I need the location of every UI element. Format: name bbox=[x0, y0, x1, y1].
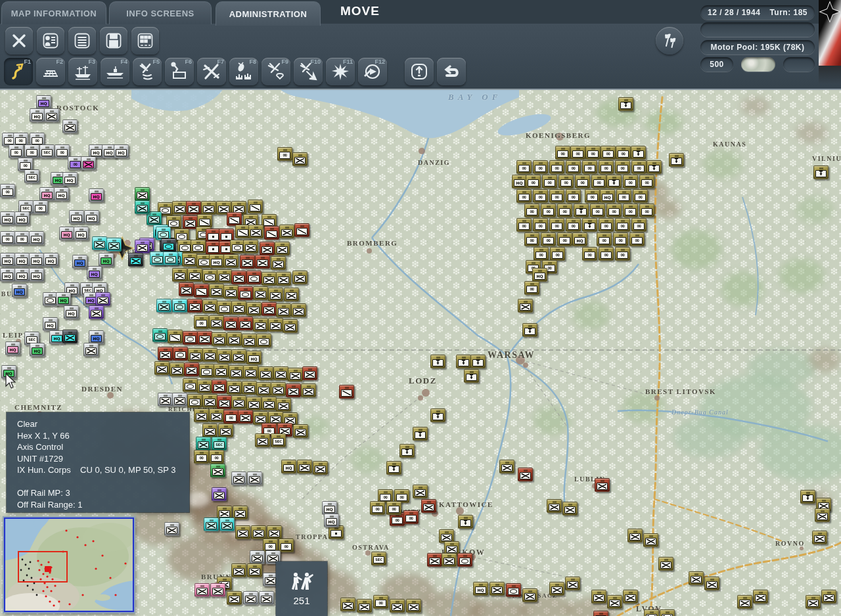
unit-counter[interactable]: xxx bbox=[191, 240, 206, 253]
unit-counter[interactable]: xxxŦ bbox=[522, 323, 537, 337]
unit-counter[interactable]: xxxHQ bbox=[54, 187, 69, 201]
unit-counter[interactable]: xxx bbox=[406, 599, 421, 613]
unit-counter[interactable]: xxx bbox=[187, 299, 202, 313]
unit-counter[interactable]: xxx∞ bbox=[373, 595, 388, 609]
unit-counter[interactable]: xxx∞ bbox=[575, 175, 590, 188]
unit-counter[interactable]: xxxHQ bbox=[572, 232, 587, 246]
unit-counter[interactable]: xxx bbox=[231, 301, 246, 315]
unit-counter[interactable]: xxx bbox=[83, 343, 99, 357]
unit-counter[interactable]: xxx bbox=[209, 408, 224, 422]
unit-counter[interactable]: xxx∞ bbox=[386, 501, 401, 515]
unit-counter[interactable]: xxx∞ bbox=[599, 247, 614, 261]
unit-counter[interactable]: xxx∞ bbox=[555, 146, 570, 160]
unit-counter[interactable]: xxx bbox=[163, 252, 178, 265]
unit-counter[interactable]: xxx bbox=[172, 393, 187, 407]
unit-counter[interactable]: xxx bbox=[202, 269, 217, 283]
unit-counter[interactable]: xxxHQ bbox=[99, 253, 114, 267]
unit-level-up-button[interactable] bbox=[405, 58, 434, 85]
unit-counter[interactable]: xxx bbox=[81, 156, 96, 170]
unit-counter[interactable]: xxx bbox=[135, 187, 150, 201]
unit-counter[interactable]: xxxHQ bbox=[62, 172, 78, 186]
unit-counter[interactable]: xxx bbox=[106, 238, 122, 252]
unit-counter[interactable]: xxx bbox=[297, 460, 312, 473]
unit-counter[interactable]: xxx bbox=[313, 461, 328, 475]
unit-counter[interactable]: xxx bbox=[260, 242, 275, 255]
unit-counter[interactable]: xxx bbox=[179, 282, 194, 296]
unit-counter[interactable]: xxxHQ bbox=[43, 253, 58, 267]
unit-counter[interactable]: xxx bbox=[231, 395, 246, 409]
unit-counter[interactable]: xxx bbox=[283, 319, 298, 333]
unit-counter[interactable]: xxx bbox=[812, 531, 827, 544]
fkey-rail-transport-mode[interactable]: F2 bbox=[36, 58, 65, 85]
unit-counter[interactable]: xxxŦ bbox=[669, 153, 684, 167]
unit-counter[interactable]: xxx bbox=[806, 595, 821, 609]
unit-counter[interactable]: xxx∞ bbox=[566, 189, 581, 203]
fkey-air-transport-mode[interactable]: F10 bbox=[294, 58, 323, 85]
unit-counter[interactable]: xxx bbox=[217, 349, 232, 363]
unit-counter[interactable]: xxx∞ bbox=[24, 144, 39, 158]
unit-counter[interactable]: xxx∞ bbox=[194, 450, 209, 464]
unit-counter[interactable]: xxx bbox=[227, 381, 242, 395]
unit-counter[interactable]: xxxSEC bbox=[39, 144, 55, 158]
unit-counter[interactable]: xxx bbox=[284, 288, 299, 301]
unit-counter[interactable]: xxx bbox=[259, 591, 274, 605]
unit-counter[interactable]: xxx∞ bbox=[597, 232, 612, 246]
unit-counter[interactable]: xxx bbox=[135, 240, 150, 253]
unit-counter[interactable]: xxx bbox=[292, 152, 307, 166]
unit-counter[interactable]: xxx bbox=[154, 361, 170, 375]
unit-counter[interactable]: xxx bbox=[288, 368, 303, 382]
unit-counter[interactable]: xxx bbox=[276, 272, 291, 286]
victory-flags-button[interactable] bbox=[656, 27, 683, 55]
unit-counter[interactable]: xxx bbox=[255, 433, 270, 447]
unit-counter[interactable]: xxx bbox=[256, 382, 271, 396]
fkey-ai-assist-mode[interactable]: F12 bbox=[358, 58, 387, 85]
unit-counter[interactable]: xxx∞ bbox=[550, 247, 565, 261]
unit-counter[interactable]: xxxHQ bbox=[512, 175, 527, 188]
unit-counter[interactable]: xxx bbox=[457, 553, 472, 567]
unit-counter[interactable]: xxx bbox=[413, 485, 428, 498]
unit-counter[interactable]: xxx bbox=[227, 591, 242, 605]
unit-counter[interactable]: xxx bbox=[660, 609, 675, 616]
unit-counter[interactable]: xxx∞ bbox=[585, 189, 600, 203]
unit-counter[interactable]: xxx∞ bbox=[585, 146, 601, 160]
unit-counter[interactable]: xxxŦ bbox=[399, 444, 415, 458]
unit-counter[interactable]: xxx bbox=[62, 120, 78, 133]
unit-counter[interactable]: xxxHQ bbox=[72, 255, 87, 269]
unit-counter[interactable]: xxx bbox=[276, 303, 291, 317]
unit-counter[interactable]: xxx bbox=[202, 394, 217, 408]
unit-counter[interactable]: xxx∞ bbox=[524, 204, 539, 217]
unit-counter[interactable]: xxxHQ bbox=[43, 317, 58, 331]
unit-counter[interactable]: xxx bbox=[562, 502, 578, 516]
unit-counter[interactable]: xxx∞ bbox=[639, 175, 654, 188]
unit-counter[interactable]: xxx bbox=[223, 285, 239, 299]
commanders-report-button[interactable] bbox=[37, 27, 64, 55]
unit-counter[interactable]: xxx bbox=[135, 200, 150, 214]
unit-counter[interactable]: xxx∞ bbox=[599, 160, 614, 174]
unit-counter[interactable]: xxx bbox=[273, 366, 288, 380]
unit-counter[interactable]: xxxŦ bbox=[456, 355, 471, 368]
unit-counter[interactable]: xxxHQ bbox=[59, 227, 74, 240]
unit-counter[interactable]: xxx bbox=[279, 225, 294, 238]
unit-counter[interactable]: xxx∞ bbox=[516, 218, 532, 232]
unit-counter[interactable]: xxx bbox=[489, 582, 505, 596]
unit-counter[interactable]: xxx bbox=[291, 303, 306, 317]
unit-counter[interactable]: xxx bbox=[248, 225, 263, 238]
unit-counter[interactable]: xxx bbox=[227, 332, 242, 346]
unit-counter[interactable]: xxx bbox=[229, 365, 244, 379]
unit-counter[interactable]: xxxHQ bbox=[29, 231, 44, 245]
unit-counter[interactable]: xxx∞ bbox=[533, 218, 548, 232]
unit-counter[interactable]: xxx bbox=[246, 397, 261, 410]
unit-counter[interactable]: xxx bbox=[644, 609, 659, 616]
fkey-amphibious-mode[interactable]: F4 bbox=[101, 58, 129, 85]
unit-counter[interactable]: xxx bbox=[253, 318, 268, 332]
unit-counter[interactable]: xxx bbox=[233, 506, 248, 519]
unit-counter[interactable]: xxx∞ bbox=[9, 144, 24, 158]
unit-counter[interactable]: xxx∞ bbox=[633, 189, 648, 203]
unit-counter[interactable]: xxx bbox=[294, 223, 309, 237]
unit-counter[interactable]: xxx bbox=[293, 424, 308, 438]
unit-counter[interactable]: xxx bbox=[238, 286, 253, 300]
unit-counter[interactable]: xxx bbox=[212, 380, 227, 393]
unit-counter[interactable]: xxxHQ bbox=[532, 268, 547, 282]
unit-counter[interactable]: xxx bbox=[547, 499, 562, 513]
unit-counter[interactable]: xxx bbox=[261, 397, 277, 410]
